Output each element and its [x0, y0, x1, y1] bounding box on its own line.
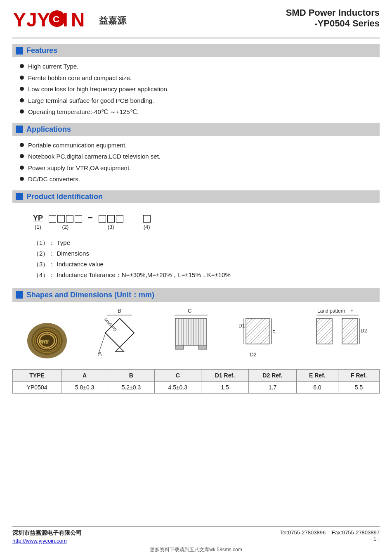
- side-view: D1 E D2: [238, 307, 283, 362]
- col-c: C: [154, 369, 201, 381]
- svg-rect-50: [342, 318, 358, 344]
- svg-text:Land pattern: Land pattern: [317, 308, 345, 314]
- features-list: High current Type. Ferrite bobbin core a…: [12, 60, 380, 121]
- prod-desc-3: （3）： Inductance value: [33, 261, 367, 268]
- svg-text:B: B: [118, 308, 121, 314]
- prod-desc-num-1: （1）：: [33, 239, 55, 246]
- svg-text:Y: Y: [37, 9, 50, 30]
- prod-desc-2: （2）： Dimensions: [33, 250, 367, 258]
- svg-text:D2: D2: [361, 328, 367, 334]
- col-a: A: [61, 369, 108, 381]
- svg-text:Y: Y: [13, 9, 26, 30]
- bullet-dot: [20, 76, 24, 80]
- svg-text:F: F: [350, 308, 353, 314]
- prod-desc-list: （1）： Type （2）： Dimensions （3）： Inductanc…: [12, 235, 380, 285]
- prod-box-3-2: [107, 215, 115, 223]
- prod-desc-num-3: （3）：: [33, 261, 55, 268]
- prod-box-3-1: [99, 215, 106, 223]
- app-text-4: DC/DC converters.: [28, 175, 80, 184]
- land-pattern: Land pattern F: [309, 307, 367, 362]
- prod-desc-text-4: Inductance Tolerance：N=±30%,M=±20%，L=±15…: [57, 271, 231, 278]
- prod-part-4: (4): [143, 215, 151, 230]
- features-header: Features: [12, 44, 380, 57]
- side-svg: D1 E D2: [238, 307, 283, 361]
- svg-text:N: N: [71, 9, 85, 30]
- company-name: 深圳市益嘉源电子有限公司: [12, 529, 82, 537]
- bullet-dot: [20, 64, 24, 68]
- prod-box-2-3: [66, 215, 73, 223]
- footer-fax: Fax:0755-27803897: [332, 529, 380, 536]
- shapes-icon: [16, 291, 23, 299]
- features-icon: [16, 47, 23, 55]
- feature-item-4: Large terminal surface for good PCB bond…: [20, 96, 380, 106]
- prod-boxes-3: [99, 215, 123, 223]
- bullet-dot: [20, 166, 24, 170]
- title-sub: -YP0504 Series: [286, 18, 380, 29]
- footer-right: Tel:0755-27803896 Fax:0755-27803897 - 1 …: [280, 529, 380, 542]
- footer-note: 更多资料下载请到五八文库wk.58sms.com: [12, 546, 380, 555]
- diamond-view: B Marking A: [95, 307, 144, 362]
- logo-text: Y J Y C I N: [12, 7, 95, 33]
- app-text-1: Portable communication equipment.: [28, 141, 127, 150]
- svg-rect-49: [316, 318, 332, 344]
- prod-desc-num-4: （4）：: [33, 271, 55, 278]
- land-svg: Land pattern F: [309, 307, 367, 361]
- prod-yp-label: YP: [33, 214, 43, 223]
- feature-text-3: Low core loss for high frequency power a…: [28, 85, 169, 94]
- prod-dash: −: [88, 213, 93, 230]
- prod-box-4-1: [143, 215, 151, 223]
- shapes-header: Shapes and Dimensions (Unit：mm): [12, 288, 380, 302]
- product-id-icon: [16, 193, 23, 200]
- cell-b: 5.2±0.3: [108, 381, 155, 393]
- svg-text:C: C: [53, 14, 60, 24]
- cell-d2: 1.7: [249, 381, 297, 393]
- logo-svg: Y J Y C I N: [12, 7, 95, 30]
- footer-tel: Tel:0755-27803896: [280, 529, 326, 536]
- prod-boxes-4: [143, 215, 151, 223]
- prod-label-2: (2): [62, 224, 69, 230]
- app-item-1: Portable communication equipment.: [20, 141, 380, 150]
- product-id-header: Product Identification: [12, 190, 380, 203]
- prod-desc-text-1: Type: [57, 239, 71, 246]
- feature-item-5: Operating temperature:-40℃ ～+125℃.: [20, 107, 380, 117]
- col-d1: D1 Ref.: [201, 369, 249, 381]
- prod-desc-text-2: Dimensions: [57, 250, 89, 257]
- app-text-3: Power supply for VTR,OA equipment.: [28, 164, 131, 173]
- svg-text:Marking: Marking: [103, 317, 118, 332]
- col-f: F Ref.: [338, 369, 380, 381]
- prod-label-4: (4): [144, 224, 150, 230]
- land-pattern-item: Land pattern F: [309, 307, 367, 362]
- header-title: SMD Power Inductors -YP0504 Series: [286, 7, 380, 29]
- svg-line-21: [98, 333, 106, 354]
- prod-box-2-2: [57, 215, 65, 223]
- feature-item-1: High current Type.: [20, 62, 380, 71]
- bullet-dot: [20, 154, 24, 158]
- applications-icon: [16, 126, 23, 133]
- prod-box-3-3: [116, 215, 123, 223]
- cell-e: 6.0: [296, 381, 338, 393]
- bullet-dot: [20, 109, 24, 114]
- svg-text:D2: D2: [250, 352, 257, 358]
- diagrams-row: 6R8 B Mark: [12, 307, 380, 366]
- svg-marker-18: [116, 347, 124, 351]
- feature-text-2: Ferrite bobbin core and compact size.: [28, 74, 132, 83]
- product-id-title: Product Identification: [26, 192, 103, 201]
- bullet-dot: [20, 177, 24, 181]
- prod-part-3: (3): [99, 215, 123, 230]
- component-svg: 6R8: [26, 321, 69, 361]
- app-text-2: Notebook PC,digital carmera,LCD televisi…: [28, 152, 161, 161]
- diamond-view-item: B Marking A: [95, 307, 144, 362]
- feature-item-3: Low core loss for high frequency power a…: [20, 85, 380, 94]
- col-e: E Ref.: [296, 369, 338, 381]
- svg-text:6R8: 6R8: [39, 339, 49, 345]
- prod-label-3: (3): [108, 224, 114, 230]
- title-main: SMD Power Inductors: [286, 7, 380, 18]
- prod-desc-text-3: Inductance value: [57, 261, 104, 268]
- prod-space: [129, 223, 137, 230]
- page-header: Y J Y C I N 益嘉源 SMD Power Inductors -YP0…: [12, 7, 380, 38]
- prod-label-1: (1): [35, 224, 41, 230]
- company-url[interactable]: http://www.yjycoin.com: [12, 538, 67, 544]
- prod-part-2: (2): [49, 215, 82, 230]
- diamond-svg: B Marking A: [95, 307, 144, 361]
- coil-view-item: C: [170, 307, 212, 362]
